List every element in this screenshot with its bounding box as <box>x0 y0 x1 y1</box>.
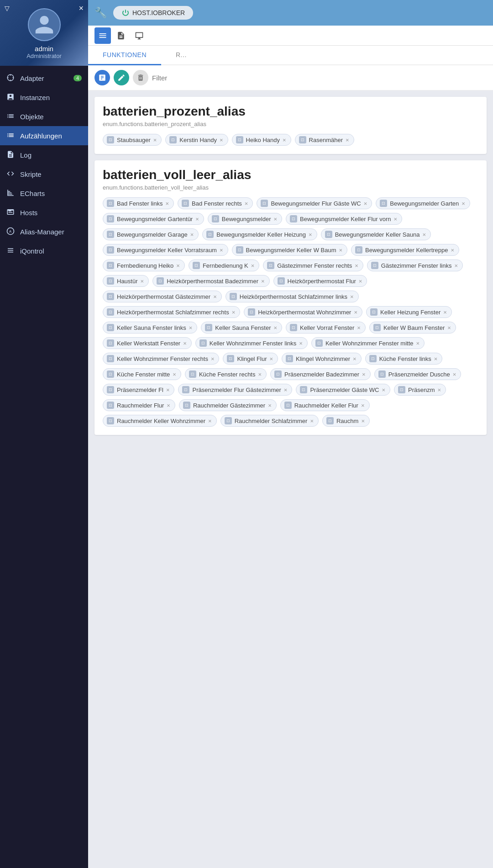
tag-device-icon: ⊡ <box>107 402 114 409</box>
tag-label: Bewegungsmelder Kellertreppe <box>365 247 448 254</box>
tag-remove-button[interactable]: × <box>220 247 223 253</box>
tag-remove-button[interactable]: × <box>462 201 465 206</box>
tag-remove-button[interactable]: × <box>353 356 357 362</box>
tag-remove-button[interactable]: × <box>451 247 455 253</box>
tag-device-icon: ⊡ <box>274 370 282 378</box>
tag-remove-button[interactable]: × <box>382 387 385 393</box>
tag-remove-button[interactable]: × <box>354 309 357 315</box>
tag-remove-button[interactable]: × <box>454 263 458 269</box>
tag-remove-button[interactable]: × <box>361 418 365 424</box>
tag-remove-button[interactable]: × <box>183 340 187 346</box>
tag-remove-button[interactable]: × <box>359 278 362 284</box>
enum-card-enum2: batterien_voll_leer_aliasenum.functions.… <box>94 160 487 435</box>
tag-remove-button[interactable]: × <box>167 402 170 408</box>
sidebar-item-objekte[interactable]: Objekte <box>0 107 88 126</box>
tag-remove-button[interactable]: × <box>447 325 451 331</box>
add-enum-button[interactable] <box>94 70 110 85</box>
tab-monitor-icon[interactable] <box>131 27 147 44</box>
tag-remove-button[interactable]: × <box>251 263 255 269</box>
tag-remove-button[interactable]: × <box>232 309 236 315</box>
tag-remove-button[interactable]: × <box>211 356 215 362</box>
nav-label-iqontrol: iQontrol <box>20 247 44 255</box>
tag-device-icon: ⊡ <box>373 324 381 331</box>
tab-list-icon[interactable] <box>94 27 111 44</box>
tag-remove-button[interactable]: × <box>434 356 438 362</box>
tag-device-icon: ⊡ <box>107 231 114 238</box>
tag-remove-button[interactable]: × <box>166 387 170 393</box>
tag-item: ⊡ Rauchmelder Keller Flur × <box>280 399 370 411</box>
tag-remove-button[interactable]: × <box>273 325 277 331</box>
tag-remove-button[interactable]: × <box>346 137 349 143</box>
tag-remove-button[interactable]: × <box>165 201 169 206</box>
sidebar-dropdown-icon[interactable]: ▽ <box>5 5 10 12</box>
tag-remove-button[interactable]: × <box>245 201 248 206</box>
tag-remove-button[interactable]: × <box>273 216 277 222</box>
tag-remove-button[interactable]: × <box>258 371 262 377</box>
tag-remove-button[interactable]: × <box>416 340 420 346</box>
tag-device-icon: ⊡ <box>315 339 323 347</box>
tag-device-icon: ⊡ <box>230 293 237 300</box>
sidebar-item-iqontrol[interactable]: iQontrol <box>0 241 88 260</box>
edit-enum-button[interactable] <box>114 70 129 85</box>
sidebar-item-adapter[interactable]: Adapter 4 <box>0 69 88 88</box>
objekte-icon <box>6 112 16 121</box>
sidebar-item-hosts[interactable]: Hosts <box>0 203 88 222</box>
tab-raeume[interactable]: R... <box>161 46 201 65</box>
scroll-area[interactable]: batterien_prozent_aliasenum.functions.ba… <box>88 90 493 868</box>
tag-remove-button[interactable]: × <box>364 201 367 206</box>
sidebar-item-skripte[interactable]: Skripte <box>0 164 88 184</box>
tag-remove-button[interactable]: × <box>284 387 288 393</box>
tag-remove-button[interactable]: × <box>443 309 447 315</box>
tag-item: ⊡ Bad Fenster links × <box>103 197 174 209</box>
tag-remove-button[interactable]: × <box>173 371 176 377</box>
tag-remove-button[interactable]: × <box>357 325 361 331</box>
tag-remove-button[interactable]: × <box>361 402 365 408</box>
tag-remove-button[interactable]: × <box>195 216 199 222</box>
tag-remove-button[interactable]: × <box>299 340 303 346</box>
delete-enum-button[interactable] <box>133 70 148 85</box>
tag-remove-button[interactable]: × <box>141 278 144 284</box>
tag-label: Keller W Baum Fenster <box>383 324 445 331</box>
tag-remove-button[interactable]: × <box>453 371 456 377</box>
tag-remove-button[interactable]: × <box>261 278 265 284</box>
tag-label: Klingel Flur <box>237 355 267 362</box>
tag-remove-button[interactable]: × <box>220 137 223 143</box>
tag-remove-button[interactable]: × <box>190 232 194 238</box>
sidebar-item-echarts[interactable]: ECharts <box>0 184 88 203</box>
tag-device-icon: ⊡ <box>107 293 114 300</box>
tag-remove-button[interactable]: × <box>283 137 286 143</box>
tag-remove-button[interactable]: × <box>268 402 272 408</box>
tag-remove-button[interactable]: × <box>153 137 157 143</box>
tag-remove-button[interactable]: × <box>362 371 366 377</box>
filter-input[interactable] <box>152 74 487 82</box>
tag-remove-button[interactable]: × <box>422 232 426 238</box>
tag-remove-button[interactable]: × <box>339 247 343 253</box>
tab-funktionen[interactable]: FUNKTIONEN <box>88 46 161 65</box>
tag-remove-button[interactable]: × <box>208 418 212 424</box>
sidebar-item-log[interactable]: Log <box>0 145 88 164</box>
tag-device-icon: ⊡ <box>193 262 200 269</box>
tag-label: Bad Fenster rechts <box>192 200 242 207</box>
sidebar-close-icon[interactable]: × <box>79 4 84 13</box>
tag-remove-button[interactable]: × <box>310 418 314 424</box>
sidebar-item-aufzaehlungen[interactable]: Aufzählungen <box>0 126 88 145</box>
sidebar-item-instanzen[interactable]: Instanzen <box>0 88 88 107</box>
tag-remove-button[interactable]: × <box>213 294 217 300</box>
tag-label: Kerstin Handy <box>179 137 217 143</box>
tag-remove-button[interactable]: × <box>350 294 354 300</box>
tag-remove-button[interactable]: × <box>355 263 358 269</box>
sidebar-item-alias[interactable]: A Alias-Manager <box>0 222 88 241</box>
tag-remove-button[interactable]: × <box>438 387 441 393</box>
tag-remove-button[interactable]: × <box>176 263 180 269</box>
host-button[interactable]: HOST.IOBROKER <box>113 6 193 20</box>
tag-remove-button[interactable]: × <box>394 216 398 222</box>
tab-doc-icon[interactable] <box>113 27 129 44</box>
tag-item: ⊡ Gästezimmer Fenster links × <box>367 259 463 271</box>
tag-remove-button[interactable]: × <box>189 325 193 331</box>
tag-remove-button[interactable]: × <box>309 232 312 238</box>
tag-item: ⊡ Klingel Wohnzimmer × <box>282 353 362 365</box>
tag-remove-button[interactable]: × <box>270 356 273 362</box>
tag-item: ⊡ Bewegungsmelder Kellertreppe × <box>351 244 459 256</box>
tag-label: Bewegungsmelder Keller W Baum <box>246 247 336 254</box>
tag-device-icon: ⊡ <box>107 136 114 143</box>
